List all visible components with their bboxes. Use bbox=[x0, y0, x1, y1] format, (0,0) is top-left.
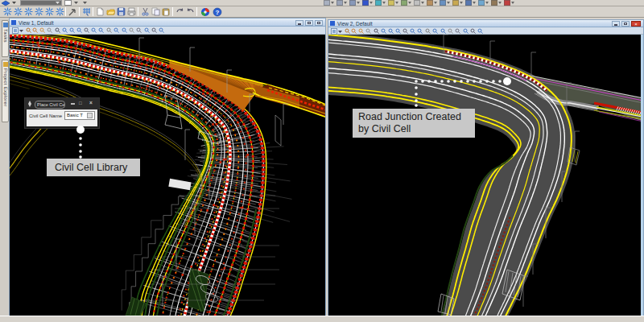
svg-text:?: ? bbox=[216, 9, 220, 16]
